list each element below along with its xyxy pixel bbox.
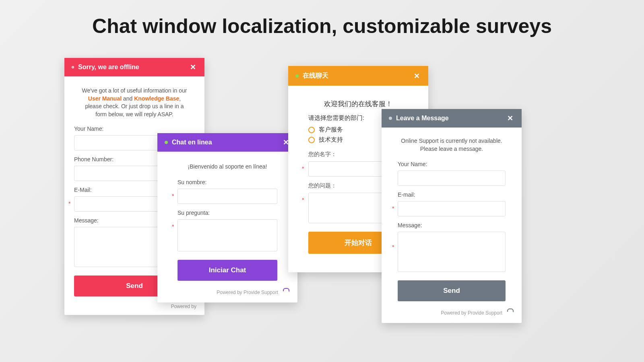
question-textarea[interactable]: [178, 219, 277, 251]
card-body: ¡Bienvenido al soporte en línea! * Su no…: [157, 152, 297, 284]
powered-text: Powered by Provide Support: [217, 290, 278, 295]
intro-mid: and: [122, 95, 134, 102]
knowledge-base-link[interactable]: Knowledge Base: [134, 95, 179, 102]
status-dot-icon: [295, 74, 299, 78]
radio-icon: [308, 127, 315, 133]
powered-text: Powered by: [171, 304, 196, 309]
required-marker: *: [172, 223, 174, 230]
intro-text: Online Support is currently not availabl…: [398, 137, 506, 153]
status-dot-icon: [389, 117, 392, 120]
email-label: E-mail:: [398, 191, 506, 198]
card-title: Sorry, we are offline: [78, 64, 190, 71]
intro-pre: We've got a lot of useful information in…: [82, 87, 187, 94]
required-marker: *: [302, 165, 304, 172]
required-marker: *: [392, 205, 394, 212]
powered-by: Powered by Provide Support: [382, 304, 522, 323]
powered-text: Powered by Provide Support: [441, 310, 502, 316]
message-label: Message:: [398, 222, 506, 228]
intro-text: ¡Bienvenido al soporte en línea!: [178, 163, 277, 171]
card-header: Sorry, we are offline: [64, 58, 204, 76]
card-header: Leave a Message: [382, 109, 522, 128]
field-email: * E-mail:: [398, 191, 506, 216]
send-button[interactable]: Send: [398, 280, 506, 301]
radio-icon: [308, 137, 315, 143]
message-textarea[interactable]: [398, 232, 506, 272]
powered-by: Powered by Provide Support: [157, 284, 297, 302]
question-label: Su pregunta:: [178, 210, 277, 216]
user-manual-link[interactable]: User Manual: [88, 95, 122, 102]
close-icon[interactable]: [507, 115, 514, 122]
close-icon[interactable]: [190, 64, 197, 71]
card-header: Chat en linea: [157, 133, 297, 152]
lock-icon: [281, 288, 289, 297]
required-marker: *: [68, 200, 70, 207]
name-input[interactable]: [398, 171, 506, 186]
status-dot-icon: [72, 66, 74, 68]
intro-text: We've got a lot of useful information in…: [80, 87, 189, 118]
status-dot-icon: [165, 141, 168, 144]
page-title: Chat window localization, customizable s…: [0, 0, 644, 38]
lock-icon: [506, 309, 514, 317]
start-chat-button[interactable]: Iniciar Chat: [178, 260, 277, 281]
chat-window-leave-message-slate: Leave a Message Online Support is curren…: [382, 109, 522, 323]
name-label: Your Name:: [74, 125, 195, 132]
required-marker: *: [172, 193, 174, 199]
welcome-text: 欢迎我们的在线客服！: [308, 99, 408, 109]
field-message: * Message:: [398, 222, 506, 273]
card-title: 在线聊天: [303, 72, 414, 80]
name-input[interactable]: [178, 189, 277, 204]
card-title: Leave a Message: [396, 115, 507, 122]
name-label: Your Name:: [398, 161, 506, 167]
radio-label: 客户服务: [319, 126, 343, 134]
name-label: Su nombre:: [178, 179, 277, 185]
card-body: Online Support is currently not availabl…: [382, 128, 522, 304]
required-marker: *: [302, 197, 304, 203]
field-question: * Su pregunta:: [178, 210, 277, 253]
field-name: * Su nombre:: [178, 179, 277, 204]
required-marker: *: [392, 244, 394, 250]
close-icon[interactable]: [414, 72, 421, 80]
email-input[interactable]: [398, 201, 506, 216]
card-title: Chat en linea: [172, 139, 283, 146]
field-name: Your Name:: [398, 161, 506, 186]
radio-label: 技术支持: [319, 136, 343, 144]
card-header: 在线聊天: [288, 66, 428, 86]
chat-window-spanish-purple: Chat en linea ¡Bienvenido al soporte en …: [157, 133, 297, 302]
